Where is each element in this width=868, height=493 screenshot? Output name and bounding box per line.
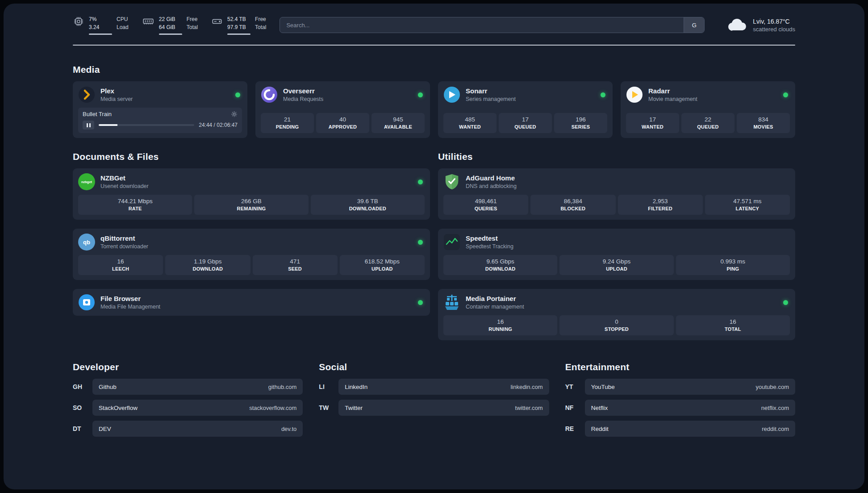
disk-free-value: 52.4 TB [227,15,250,23]
service-name: Overseerr [283,87,323,95]
pause-button[interactable] [83,121,94,130]
bookmark-abbr: LI [319,383,338,390]
bookmark-name: Twitter [345,405,363,411]
bookmark-url: github.com [268,384,297,390]
section-social: Social LI LinkedIn linkedin.com TW Twitt… [319,362,549,437]
bookmark-netflix[interactable]: NF Netflix netflix.com [565,400,795,416]
speedtest-icon [443,234,460,251]
service-card-radarr: Radarr Movie management 17 WANTED 22 QUE… [621,81,795,138]
bookmark-url: stackoverflow.com [249,405,296,411]
status-dot [418,180,423,184]
stat-queued: 22 QUEUED [681,113,734,133]
weather-widget: Lviv, 16.87°C scattered clouds [727,18,795,33]
status-dot [418,240,423,245]
bookmark-stackoverflow[interactable]: SO StackOverflow stackoverflow.com [73,400,303,416]
service-name: Radarr [648,87,697,95]
documents-section-title: Documents & Files [73,151,430,162]
service-radarr[interactable]: Radarr Movie management [626,86,790,103]
search-bar[interactable]: G [280,17,705,33]
service-filebrowser[interactable]: File Browser Media File Management [78,294,425,311]
bookmark-abbr: RE [565,425,585,432]
developer-section-title: Developer [73,362,303,372]
disk-total-label: Total [255,23,266,31]
service-plex[interactable]: Plex Media server [78,86,242,103]
sonarr-icon [443,86,460,103]
search-input[interactable] [280,17,684,33]
service-sonarr[interactable]: Sonarr Series management [443,86,607,103]
bookmark-url: youtube.com [756,384,789,390]
service-qbittorrent[interactable]: qb qBittorrent Torrent downloader [78,234,425,251]
status-dot [418,300,423,305]
stat-remaining: 266 GB REMAINING [194,195,308,215]
ram-icon [142,16,154,27]
service-subtitle: Media Requests [283,96,323,102]
topbar: 7% 3.24 CPU Load 22 GiB [73,15,795,35]
service-subtitle: Media File Management [100,304,160,310]
cpu-load-value: 3.24 [89,23,112,31]
bookmark-dev[interactable]: DT DEV dev.to [73,421,303,437]
disk-widget: 52.4 TB 97.9 TB Free Total [211,15,266,35]
qbittorrent-icon: qb [78,234,95,251]
memory-widget: 22 GiB 64 GiB Free Total [142,15,198,35]
utilities-section-title: Utilities [438,151,795,162]
disk-icon [211,16,223,27]
bookmark-reddit[interactable]: RE Reddit reddit.com [565,421,795,437]
bookmark-name: Netflix [591,405,608,411]
seek-bar[interactable] [99,124,194,126]
stat-total: 16 TOTAL [676,315,790,335]
service-card-filebrowser: File Browser Media File Management [73,289,430,316]
service-card-qbittorrent: qb qBittorrent Torrent downloader 16 LEE… [73,229,430,280]
bookmark-abbr: YT [565,383,585,390]
stat-wanted: 485 WANTED [443,113,497,133]
stat-ping: 0.993 ms PING [676,255,790,275]
stat-blocked: 86,384 BLOCKED [530,195,615,215]
bookmark-url: dev.to [281,426,296,432]
stat-download: 1.19 Gbps DOWNLOAD [165,255,250,275]
stat-rate: 744.21 Mbps RATE [78,195,192,215]
bookmark-linkedin[interactable]: LI LinkedIn linkedin.com [319,379,549,395]
section-entertainment: Entertainment YT YouTube youtube.com NF … [565,362,795,437]
bookmark-github[interactable]: GH Github github.com [73,379,303,395]
service-subtitle: Speedtest Tracking [466,243,513,250]
radarr-icon [626,86,643,103]
stat-approved: 40 APPROVED [316,113,369,133]
now-playing-title: Bullet Train [83,111,112,117]
social-section-title: Social [319,362,549,372]
service-overseerr[interactable]: Overseerr Media Requests [261,86,425,103]
service-nzbget[interactable]: nzbget NZBGet Usenet downloader [78,173,425,190]
overseerr-icon [261,86,278,103]
filebrowser-icon [78,294,95,311]
service-card-nzbget: nzbget NZBGet Usenet downloader 744.21 M… [73,168,430,220]
dashboard: 7% 3.24 CPU Load 22 GiB [4,4,864,489]
bookmark-abbr: NF [565,404,585,411]
service-adguard[interactable]: AdGuard Home DNS and adblocking [443,173,790,190]
bookmark-url: reddit.com [762,426,789,432]
status-dot [418,92,423,97]
service-name: AdGuard Home [466,174,517,182]
cloud-icon [727,18,747,32]
playback-time: 24:44 / 02:06:47 [199,122,238,128]
disk-total-value: 97.9 TB [227,23,250,31]
section-media: Media Plex Media server [73,64,795,138]
bookmark-youtube[interactable]: YT YouTube youtube.com [565,379,795,395]
service-name: NZBGet [100,174,149,182]
service-subtitle: Series management [466,96,516,102]
nzbget-icon: nzbget [78,173,95,190]
service-card-portainer: Media Portainer Container management 16 … [438,289,795,340]
bookmark-twitter[interactable]: TW Twitter twitter.com [319,400,549,416]
stat-upload: 618.52 Mbps UPLOAD [340,255,425,275]
search-engine-button[interactable]: G [684,17,704,33]
bookmark-name: Github [99,384,117,390]
bookmark-name: DEV [99,426,111,432]
stat-queued: 17 QUEUED [499,113,552,133]
stat-seed: 471 SEED [253,255,338,275]
service-card-overseerr: Overseerr Media Requests 21 PENDING 40 A… [255,81,430,138]
service-speedtest[interactable]: Speedtest Speedtest Tracking [443,234,790,251]
stat-latency: 47.571 ms LATENCY [705,195,790,215]
bookmark-name: YouTube [591,384,615,390]
stat-leech: 16 LEECH [78,255,163,275]
service-portainer[interactable]: Media Portainer Container management [443,294,790,311]
player-settings-gear-icon[interactable] [231,111,238,117]
memory-usage-bar [159,33,182,35]
cpu-icon [73,16,84,27]
